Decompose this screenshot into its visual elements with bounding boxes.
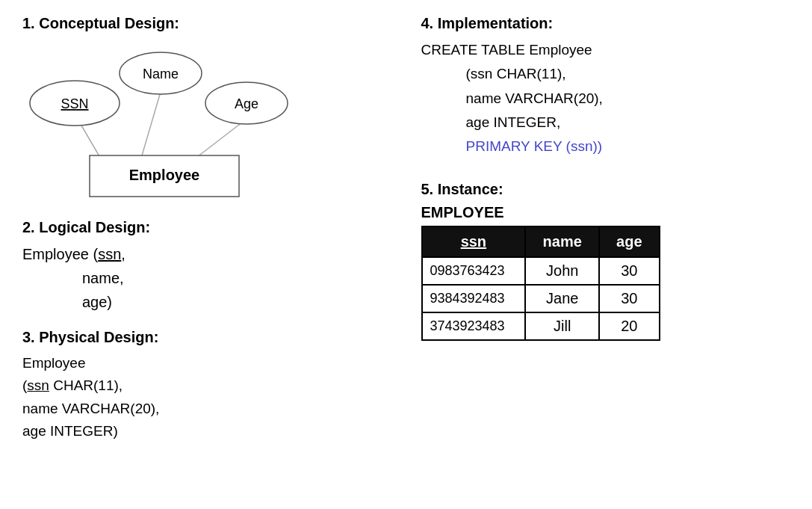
header-age: age xyxy=(599,226,659,257)
table-body: 0983763423John309384392483Jane3037439234… xyxy=(422,257,660,340)
impl-line5: PRIMARY KEY (ssn)) xyxy=(466,138,603,154)
impl-primary-key: PRIMARY KEY (ssn)) xyxy=(466,138,603,154)
physical-line3: name VARCHAR(20), xyxy=(22,401,159,416)
section-conceptual: 1. Conceptual Design: Employee SSN xyxy=(22,15,391,204)
svg-line-2 xyxy=(194,122,243,159)
table-row: 9384392483Jane30 xyxy=(422,285,660,312)
cell-ssn: 9384392483 xyxy=(422,285,526,312)
table-row: 0983763423John30 xyxy=(422,257,660,285)
physical-line4: age INTEGER) xyxy=(22,423,118,439)
cell-ssn: 0983763423 xyxy=(422,257,526,285)
section2-title: 2. Logical Design: xyxy=(22,219,391,236)
physical-text: Employee (ssn CHAR(11), name VARCHAR(20)… xyxy=(22,352,391,443)
cell-age: 30 xyxy=(599,285,659,312)
logical-text: Employee (ssn, name, age) xyxy=(22,242,391,314)
impl-text: CREATE TABLE Employee (ssn CHAR(11), nam… xyxy=(421,38,790,158)
cell-name: Jane xyxy=(525,285,599,312)
header-ssn: ssn xyxy=(422,226,526,257)
table-name: EMPLOYEE xyxy=(421,204,790,221)
logical-entity: Employee (ssn, xyxy=(22,246,125,262)
cell-ssn: 3743923483 xyxy=(422,312,526,340)
erd-svg: Employee SSN Name Age xyxy=(22,40,306,204)
svg-text:Name: Name xyxy=(143,67,179,81)
impl-line1: CREATE TABLE Employee xyxy=(421,42,592,58)
cell-name: John xyxy=(525,257,599,285)
physical-ssn: ssn xyxy=(27,377,49,393)
logical-pk: ssn xyxy=(98,246,121,262)
cell-age: 20 xyxy=(599,312,659,340)
section1-title: 1. Conceptual Design: xyxy=(22,15,391,32)
cell-age: 30 xyxy=(599,257,659,285)
header-name: name xyxy=(525,226,599,257)
table-header-row: ssn name age xyxy=(422,226,660,257)
section4-title: 4. Implementation: xyxy=(421,15,790,32)
table-row: 3743923483Jill20 xyxy=(422,312,660,340)
section3-title: 3. Physical Design: xyxy=(22,329,391,346)
impl-line4: age INTEGER, xyxy=(466,114,561,130)
logical-attrs: name, age) xyxy=(82,266,391,314)
employee-table: ssn name age 0983763423John309384392483J… xyxy=(421,226,660,341)
svg-text:Employee: Employee xyxy=(129,167,199,183)
section-logical: 2. Logical Design: Employee (ssn, name, … xyxy=(22,219,391,314)
svg-text:SSN: SSN xyxy=(61,96,88,111)
impl-line2: (ssn CHAR(11), xyxy=(466,66,566,81)
section-physical: 3. Physical Design: Employee (ssn CHAR(1… xyxy=(22,329,391,443)
section-instance: 5. Instance: EMPLOYEE ssn name age 09837… xyxy=(421,181,790,341)
cell-name: Jill xyxy=(525,312,599,340)
impl-line3: name VARCHAR(20), xyxy=(466,90,603,106)
physical-line1: Employee xyxy=(22,355,86,371)
section-implementation: 4. Implementation: CREATE TABLE Employee… xyxy=(421,15,790,158)
erd-diagram: Employee SSN Name Age xyxy=(22,40,306,204)
svg-text:Age: Age xyxy=(235,96,258,111)
svg-line-1 xyxy=(142,92,161,155)
section5-title: 5. Instance: xyxy=(421,181,790,198)
